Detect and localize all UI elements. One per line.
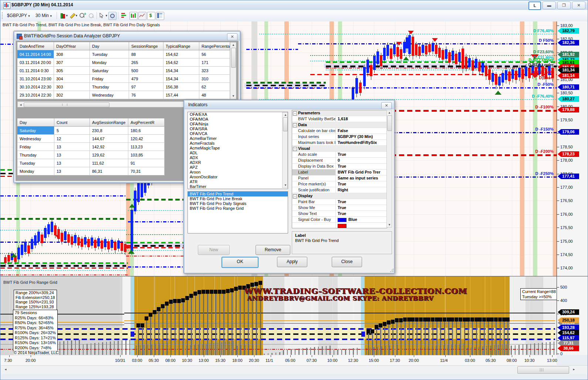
property-row[interactable]: Show TextTrue: [292, 211, 387, 217]
session-grid1-cell[interactable]: 154,62: [163, 50, 199, 58]
available-indicator-item[interactable]: ADL: [188, 151, 288, 155]
session-grid1-cell[interactable]: 03.11.2014 20:00: [17, 58, 54, 67]
session-grid1-cell[interactable]: 154,62: [163, 58, 199, 67]
scroll-right-arrow[interactable]: ►: [572, 368, 575, 371]
available-indicator-item[interactable]: OFA/SRA: [188, 127, 288, 131]
session-grid2-cell[interactable]: Thursday: [17, 151, 54, 159]
scroll-up-arrow[interactable]: ▲: [284, 113, 287, 117]
line-chart-icon[interactable]: [138, 12, 146, 20]
property-row[interactable]: Maximum bars look baTwoHundredFiftySix: [292, 140, 387, 146]
available-indicator-item[interactable]: AcmeFractals: [188, 141, 288, 146]
session-grid1-cell[interactable]: Monday: [90, 58, 129, 67]
property-row[interactable]: BWT Volatility BwtSen1,618: [292, 116, 387, 122]
session-grid1-cell[interactable]: Wednesday: [90, 91, 129, 99]
session-analyzer-close-icon[interactable]: ✕: [227, 33, 237, 40]
session-grid1-cell[interactable]: 154,34: [163, 67, 199, 75]
available-indicator-item[interactable]: ADXR: [188, 160, 288, 165]
session-grid1-cell[interactable]: 97: [129, 83, 163, 91]
zoom-in-icon[interactable]: +: [79, 12, 86, 19]
session-grid1-cell[interactable]: 307: [54, 58, 90, 67]
available-vthumb[interactable]: [283, 117, 288, 131]
new-button[interactable]: New: [198, 245, 230, 255]
session-grid1-cell[interactable]: 48: [199, 91, 230, 99]
available-indicator-item[interactable]: OFA/Ninja: [188, 122, 288, 127]
session-grid2-cell[interactable]: Friday: [17, 143, 54, 151]
property-value[interactable]: Same as input series: [336, 175, 387, 181]
session-grid2-cell[interactable]: 91: [128, 159, 165, 167]
market-analyzer-icon[interactable]: [156, 12, 164, 20]
selected-indicator-item[interactable]: BWT Fib Grid Pro Trend: [188, 192, 288, 196]
session-grid2-cell[interactable]: 13: [54, 143, 90, 151]
property-value[interactable]: True: [336, 181, 387, 187]
zoom-out-icon[interactable]: [88, 12, 95, 19]
property-value[interactable]: Right: [336, 187, 387, 193]
scroll-down-arrow[interactable]: ▼: [232, 94, 235, 98]
scroll-down-arrow[interactable]: ▼: [284, 184, 287, 187]
session-grid2-cell[interactable]: 113,23: [128, 143, 165, 151]
session-grid1-cell[interactable]: 62: [199, 83, 230, 91]
scrollbar-thumb[interactable]: [517, 366, 569, 374]
session-grid1-cell[interactable]: 01.11.2014 0:30: [17, 67, 54, 75]
session-analyzer-titlebar[interactable]: BWTFibGridPro Session Data Analyzer GBPJ…: [14, 32, 240, 40]
drawing-tools-icon[interactable]: ▾: [69, 12, 77, 19]
session-grid1-cell[interactable]: 265: [129, 58, 163, 67]
session-grid1-header-cell[interactable]: Day: [90, 42, 129, 50]
session-grid1-cell[interactable]: 31.10.2014 23:00: [17, 75, 54, 83]
session-grid1-cell[interactable]: 310: [199, 75, 230, 83]
session-grid2-cell[interactable]: Monday: [17, 167, 54, 175]
property-row[interactable]: Show MeTrue: [292, 205, 387, 211]
property-row[interactable]: Scale justificationRight: [292, 187, 387, 193]
property-grid-scrollbar[interactable]: ▲ ▼: [386, 110, 392, 228]
time-axis[interactable]: 7:3020:0010/3103:0005:3008:0010:3013:001…: [0, 355, 557, 365]
available-indicator-item[interactable]: ADX: [188, 155, 288, 160]
available-indicator-item[interactable]: APZ: [188, 165, 288, 170]
available-indicator-item[interactable]: BarTimer: [188, 184, 288, 189]
session-grid2-header-cell[interactable]: Day: [17, 118, 54, 127]
session-grid1-cell[interactable]: 56: [199, 50, 230, 58]
close-button[interactable]: ✕: [572, 1, 585, 9]
selected-indicator-item[interactable]: BWT Fib Grid Pro Range Grid: [188, 206, 288, 211]
property-row[interactable]: Price marker(s)True: [292, 181, 387, 187]
chart-type-icon[interactable]: [129, 12, 138, 20]
session-grid1-cell[interactable]: 305: [54, 67, 90, 75]
session-grid2-header-cell[interactable]: AvgSessionRange: [90, 118, 128, 127]
session-grid2-cell[interactable]: 70,31: [128, 167, 165, 175]
session-grid1-cell[interactable]: 156,38: [163, 83, 199, 91]
cursor-tool-icon[interactable]: ▾: [99, 12, 106, 19]
session-grid2-cell[interactable]: 86,31: [90, 167, 128, 175]
session-grid2-cell[interactable]: 103,85: [128, 151, 165, 159]
session-grid1-header-cell[interactable]: SessionRange: [129, 42, 163, 50]
session-grid1-cell[interactable]: 171: [199, 58, 230, 67]
session-grid2-cell[interactable]: 144,67: [90, 135, 128, 143]
property-row[interactable]: Displacement0: [292, 158, 387, 164]
interval-selector[interactable]: 30 Min ▾: [36, 12, 52, 19]
property-value[interactable]: 1,618: [336, 116, 387, 122]
session-grid2-header-cell[interactable]: AvgPercentR: [128, 118, 165, 127]
available-indicator-item[interactable]: OFA/EXA: [188, 112, 288, 117]
property-group-row[interactable]: −Display: [292, 193, 387, 199]
property-value[interactable]: True: [336, 211, 387, 217]
session-grid2-cell[interactable]: 111,62: [90, 159, 128, 167]
session-grid1-cell[interactable]: 29.10.2014 22:30: [17, 91, 54, 99]
session-grid1-cell[interactable]: 302: [54, 91, 90, 99]
available-indicator-item[interactable]: Aroon: [188, 170, 288, 175]
grid1-vthumb[interactable]: [231, 48, 236, 68]
restore-button[interactable]: ❐: [557, 1, 571, 9]
property-group-row[interactable]: −Parameters: [292, 110, 387, 116]
ok-button[interactable]: OK: [222, 257, 258, 268]
property-value[interactable]: True: [336, 205, 387, 211]
property-row[interactable]: Display in Data BoxTrue: [292, 164, 387, 169]
session-grid2-cell[interactable]: Wednesday: [17, 135, 54, 143]
property-value[interactable]: True: [336, 152, 387, 158]
available-indicator-item[interactable]: OFA/VCA: [188, 131, 288, 136]
property-grid[interactable]: −ParametersBWT Volatility BwtSen1,618−Da…: [292, 110, 387, 228]
session-grid1-cell[interactable]: 303: [54, 83, 90, 91]
property-value[interactable]: 0: [336, 158, 387, 164]
session-grid2-cell[interactable]: 180,6: [128, 127, 165, 135]
resize-grip[interactable]: [390, 269, 393, 272]
session-grid1-cell[interactable]: 500: [129, 67, 163, 75]
toolbar-grip[interactable]: [2, 12, 4, 19]
session-grid2-cell[interactable]: 13: [54, 151, 90, 159]
link-button[interactable]: L: [528, 1, 541, 10]
session-grid2-cell[interactable]: 120,42: [128, 135, 165, 143]
